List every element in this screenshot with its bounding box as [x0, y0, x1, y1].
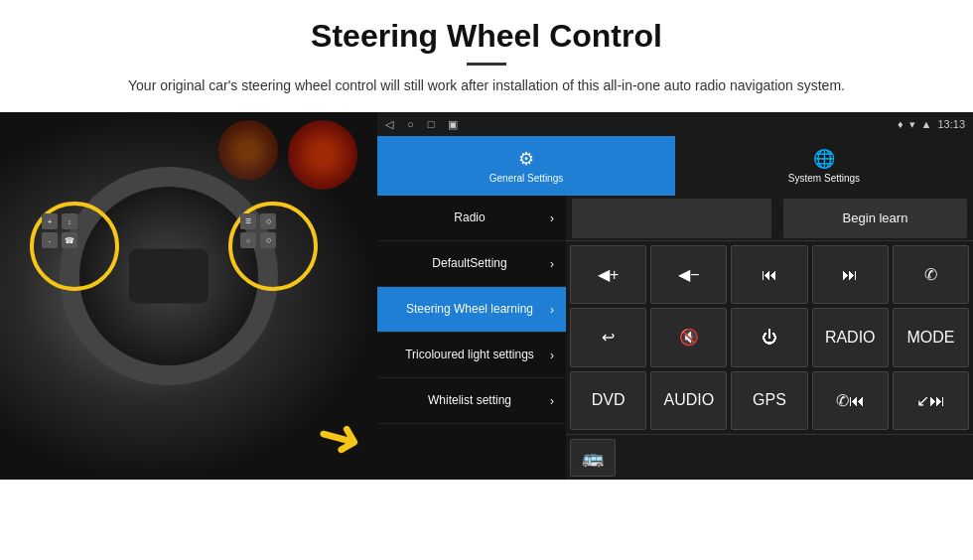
menu-whitelist-label: Whitelist setting	[389, 393, 550, 409]
main-content: Radio › DefaultSetting › Steering Wheel …	[377, 196, 973, 480]
radio-button[interactable]: RADIO	[812, 308, 889, 366]
mode-label: MODE	[906, 329, 954, 347]
right-panel: Begin learn ◀+ ◀−	[566, 196, 973, 480]
tab-system[interactable]: 🌐 System Settings	[675, 136, 973, 196]
vol-up-icon: ◀+	[598, 265, 619, 284]
prev-icon: ⏮	[762, 266, 777, 284]
wifi-icon: ▾	[909, 118, 915, 131]
tab-general[interactable]: ⚙ General Settings	[377, 136, 675, 196]
header-section: Steering Wheel Control Your original car…	[0, 0, 973, 102]
next-icon: ⏭	[842, 266, 858, 284]
menu-item-whitelist[interactable]: Whitelist setting ›	[377, 378, 566, 424]
time-display: 13:13	[937, 118, 965, 130]
begin-learn-button[interactable]: Begin learn	[783, 199, 967, 238]
content-area: + ↕ - ☎ ☰ ◇	[0, 112, 973, 560]
top-row: Begin learn	[566, 196, 973, 241]
android-ui: ◁ ○ □ ▣ ♦ ▾ ▲ 13:13 ⚙ General Settings	[377, 112, 973, 480]
hook-icon: ↩	[602, 328, 615, 347]
menu-radio-label: Radio	[389, 210, 550, 226]
home-icon[interactable]: ○	[407, 118, 414, 130]
phone-prev-icon: ✆⏮	[836, 391, 865, 410]
gauge-right	[288, 120, 357, 190]
sw-background: + ↕ - ☎ ☰ ◇	[0, 112, 377, 480]
phone-icon: ✆	[924, 265, 937, 284]
gps-button[interactable]: GPS	[731, 371, 807, 430]
dvd-label: DVD	[592, 391, 626, 409]
phone-prev-button[interactable]: ✆⏮	[812, 371, 889, 430]
steering-hub	[129, 249, 208, 304]
menu-tricoloured-arrow: ›	[550, 349, 554, 362]
yellow-arrow: ➜	[311, 405, 369, 470]
gps-label: GPS	[753, 391, 786, 409]
menu-tricoloured-label: Tricoloured light settings	[389, 348, 550, 363]
left-menu: Radio › DefaultSetting › Steering Wheel …	[377, 196, 566, 480]
mute-button[interactable]: 🔇	[650, 308, 727, 366]
menu-item-tricoloured[interactable]: Tricoloured light settings ›	[377, 333, 566, 378]
ctrl-row-3: DVD AUDIO GPS ✆⏮	[570, 371, 969, 430]
bus-icon: 🚌	[582, 447, 604, 469]
menu-default-arrow: ›	[550, 257, 554, 271]
audio-button[interactable]: AUDIO	[650, 371, 727, 430]
menu-steering-label: Steering Wheel learning	[389, 302, 550, 318]
hook-button[interactable]: ↩	[570, 308, 646, 366]
tab-system-label: System Settings	[788, 173, 860, 184]
blank-input-box	[572, 199, 771, 238]
location-icon: ♦	[898, 118, 904, 130]
recents-icon[interactable]: □	[428, 118, 435, 130]
phone-button[interactable]: ✆	[893, 245, 969, 304]
tab-general-label: General Settings	[489, 173, 564, 184]
vol-down-button[interactable]: ◀−	[650, 245, 727, 304]
audio-label: AUDIO	[663, 391, 714, 409]
bottom-icon-row: 🚌	[566, 434, 973, 480]
vol-up-button[interactable]: ◀+	[570, 245, 646, 304]
vol-down-icon: ◀−	[678, 265, 699, 284]
menu-item-radio[interactable]: Radio ›	[377, 196, 566, 241]
radio-label: RADIO	[825, 329, 876, 347]
page-title: Steering Wheel Control	[60, 18, 913, 55]
steering-wheel-image: + ↕ - ☎ ☰ ◇	[0, 112, 377, 480]
menu-icon[interactable]: ▣	[448, 118, 458, 131]
bus-icon-button[interactable]: 🚌	[570, 439, 616, 477]
menu-item-steering[interactable]: Steering Wheel learning ›	[377, 287, 566, 333]
highlight-circle-left: + ↕ - ☎	[30, 202, 119, 291]
power-icon: ⏻	[762, 329, 777, 347]
menu-default-label: DefaultSetting	[389, 256, 550, 272]
ctrl-row-2: ↩ 🔇 ⏻ RADIO MOD	[570, 308, 969, 366]
gauge-left	[218, 120, 278, 180]
prev-button[interactable]: ⏮	[731, 245, 807, 304]
menu-steering-arrow: ›	[550, 303, 554, 317]
title-divider	[467, 63, 506, 66]
status-right: ♦ ▾ ▲ 13:13	[898, 118, 965, 131]
skip-next-button[interactable]: ↙⏭	[893, 371, 969, 430]
control-grid: ◀+ ◀− ⏮ ⏭ ✆	[566, 241, 973, 434]
skip-next-icon: ↙⏭	[916, 391, 945, 410]
menu-radio-arrow: ›	[550, 211, 554, 225]
globe-icon: 🌐	[813, 148, 835, 170]
menu-whitelist-arrow: ›	[550, 394, 554, 408]
gear-icon: ⚙	[518, 148, 534, 170]
power-button[interactable]: ⏻	[731, 308, 807, 366]
subtitle: Your original car's steering wheel contr…	[109, 75, 864, 96]
tab-bar: ⚙ General Settings 🌐 System Settings	[377, 136, 973, 196]
signal-icon: ▲	[921, 118, 932, 130]
nav-icons: ◁ ○ □ ▣	[385, 118, 458, 131]
highlight-circle-right: ☰ ◇ ○ ◇	[228, 202, 318, 291]
status-bar: ◁ ○ □ ▣ ♦ ▾ ▲ 13:13	[377, 112, 973, 136]
page-wrapper: Steering Wheel Control Your original car…	[0, 0, 973, 560]
mode-button[interactable]: MODE	[893, 308, 969, 366]
menu-item-default[interactable]: DefaultSetting ›	[377, 241, 566, 287]
next-button[interactable]: ⏭	[812, 245, 889, 304]
dvd-button[interactable]: DVD	[570, 371, 646, 430]
ctrl-row-1: ◀+ ◀− ⏮ ⏭ ✆	[570, 245, 969, 304]
mute-icon: 🔇	[679, 328, 699, 347]
back-icon[interactable]: ◁	[385, 118, 393, 131]
